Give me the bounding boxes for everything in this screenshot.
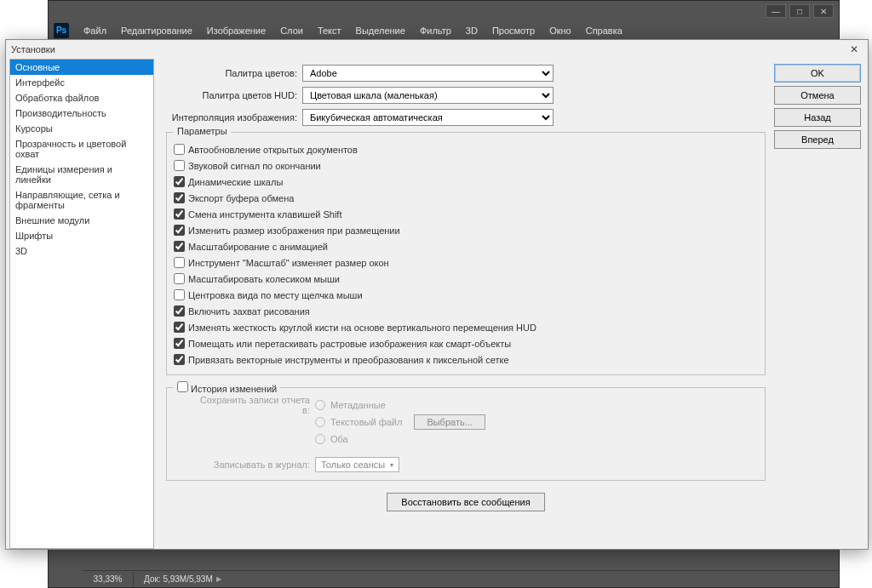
hud-picker-label: Палитра цветов HUD: <box>166 90 302 100</box>
history-legend: История изменений <box>174 381 280 394</box>
radio-both-label: Оба <box>330 434 348 444</box>
sidebar-item-interface[interactable]: Интерфейс <box>10 75 153 90</box>
sidebar-item-guides[interactable]: Направляющие, сетка и фрагменты <box>10 187 153 213</box>
option-checkbox[interactable] <box>174 354 185 365</box>
option-row: Привязать векторные инструменты и преобр… <box>174 351 758 368</box>
choose-file-button: Выбрать... <box>414 414 485 430</box>
option-label: Привязать векторные инструменты и преобр… <box>188 355 509 365</box>
option-row: Помещать или перетаскивать растровые изо… <box>174 335 758 351</box>
hud-picker-select[interactable]: Цветовая шкала (маленькая) <box>302 87 554 104</box>
next-button[interactable]: Вперед <box>774 130 861 149</box>
menu-3d[interactable]: 3D <box>459 23 485 38</box>
option-label: Экспорт буфера обмена <box>188 193 294 203</box>
dialog-title: Установки <box>11 44 55 54</box>
option-checkbox[interactable] <box>174 289 185 300</box>
option-checkbox[interactable] <box>174 144 185 155</box>
option-row: Масштабирование с анимацией <box>174 238 758 254</box>
option-row: Изменить размер изображения при размещен… <box>174 222 758 238</box>
option-checkbox[interactable] <box>174 176 185 187</box>
option-row: Смена инструмента клавишей Shift <box>174 206 758 222</box>
color-picker-label: Палитра цветов: <box>166 68 302 78</box>
restore-dialogs-button[interactable]: Восстановить все сообщения <box>387 493 544 511</box>
sidebar-item-transparency[interactable]: Прозрачность и цветовой охват <box>10 136 153 162</box>
sidebar-item-plugins[interactable]: Внешние модули <box>10 213 153 228</box>
status-bar: 33,33% Док: 5,93M/5,93M ▶ <box>83 570 839 587</box>
sidebar-item-cursors[interactable]: Курсоры <box>10 121 153 136</box>
sidebar-item-units[interactable]: Единицы измерения и линейки <box>10 162 153 187</box>
option-label: Изменять жесткость круглой кисти на осно… <box>188 323 536 333</box>
menubar: Ps Файл Редактирование Изображение Слои … <box>49 21 839 40</box>
option-label: Помещать или перетаскивать растровые изо… <box>188 339 511 349</box>
option-row: Инструмент "Масштаб" изменяет размер око… <box>174 254 758 271</box>
app-logo: Ps <box>54 23 69 38</box>
option-row: Динамические шкалы <box>174 174 758 190</box>
option-checkbox[interactable] <box>174 322 185 333</box>
radio-metadata-label: Метаданные <box>330 400 386 410</box>
option-label: Смена инструмента клавишей Shift <box>188 209 341 220</box>
minimize-button[interactable]: — <box>766 4 786 18</box>
option-label: Инструмент "Масштаб" изменяет размер око… <box>188 258 389 268</box>
option-label: Динамические шкалы <box>188 177 283 187</box>
menu-type[interactable]: Текст <box>311 23 348 38</box>
dialog-close-icon[interactable]: ✕ <box>846 43 863 56</box>
color-picker-select[interactable]: Adobe <box>302 65 554 82</box>
menu-select[interactable]: Выделение <box>349 23 412 38</box>
history-fieldset: История изменений Сохранить записи отчет… <box>166 387 766 481</box>
option-row: Центровка вида по месту щелчка мыши <box>174 287 758 303</box>
dialog-buttons: OK Отмена Назад Вперед <box>774 59 868 549</box>
menu-window[interactable]: Окно <box>542 23 578 38</box>
history-save-label: Сохранить записи отчета в: <box>191 395 310 415</box>
status-zoom[interactable]: 33,33% <box>83 572 134 586</box>
menu-layer[interactable]: Слои <box>273 23 310 38</box>
menu-help[interactable]: Справка <box>579 23 629 38</box>
sidebar-item-general[interactable]: Основные <box>10 60 153 75</box>
sidebar-item-type[interactable]: Шрифты <box>10 228 153 243</box>
prev-button[interactable]: Назад <box>774 108 861 127</box>
history-log-checkbox[interactable] <box>177 381 188 392</box>
menu-edit[interactable]: Редактирование <box>114 23 199 38</box>
preferences-dialog: Установки ✕ Основные Интерфейс Обработка… <box>5 39 869 550</box>
option-row: Экспорт буфера обмена <box>174 190 758 206</box>
option-label: Масштабирование с анимацией <box>188 242 328 252</box>
option-checkbox[interactable] <box>174 305 185 317</box>
maximize-button[interactable]: □ <box>789 4 810 18</box>
chevron-right-icon[interactable]: ▶ <box>216 575 221 583</box>
option-checkbox[interactable] <box>174 160 185 171</box>
history-log-select: Только сеансы <box>315 457 399 472</box>
ok-button[interactable]: OK <box>774 64 861 83</box>
sidebar-item-3d[interactable]: 3D <box>10 243 153 259</box>
pref-sidebar: Основные Интерфейс Обработка файлов Прои… <box>9 59 154 549</box>
titlebar: — □ ✕ <box>49 1 839 21</box>
option-row: Включить захват рисования <box>174 303 758 319</box>
menu-file[interactable]: Файл <box>77 23 113 38</box>
menu-filter[interactable]: Фильтр <box>413 23 458 38</box>
menu-image[interactable]: Изображение <box>200 23 272 38</box>
status-docinfo: Док: 5,93M/5,93M <box>134 574 213 584</box>
dialog-titlebar: Установки ✕ <box>6 40 868 59</box>
sidebar-item-filehandling[interactable]: Обработка файлов <box>10 90 153 106</box>
cancel-button[interactable]: Отмена <box>774 86 861 105</box>
options-fieldset: Параметры Автообновление открытых докуме… <box>166 132 766 375</box>
option-checkbox[interactable] <box>174 225 185 236</box>
interpolation-select[interactable]: Бикубическая автоматическая <box>302 109 554 126</box>
option-row: Масштабировать колесиком мыши <box>174 271 758 287</box>
menu-view[interactable]: Просмотр <box>485 23 542 38</box>
option-label: Масштабировать колесиком мыши <box>188 274 340 284</box>
close-button[interactable]: ✕ <box>813 4 834 18</box>
option-checkbox[interactable] <box>174 192 185 203</box>
option-checkbox[interactable] <box>174 338 185 349</box>
option-checkbox[interactable] <box>174 257 185 268</box>
pref-main: Палитра цветов: Adobe Палитра цветов HUD… <box>154 59 774 549</box>
option-checkbox[interactable] <box>174 208 185 220</box>
options-legend: Параметры <box>174 126 231 136</box>
option-label: Включить захват рисования <box>188 306 310 317</box>
option-label: Центровка вида по месту щелчка мыши <box>188 290 363 300</box>
option-checkbox[interactable] <box>174 241 185 252</box>
radio-textfile-label: Текстовый файл <box>330 417 402 427</box>
history-log-label: Записывать в журнал: <box>191 460 310 470</box>
option-label: Автообновление открытых документов <box>188 145 358 155</box>
option-checkbox[interactable] <box>174 273 185 284</box>
sidebar-item-performance[interactable]: Производительность <box>10 106 153 121</box>
interpolation-label: Интерполяция изображения: <box>166 112 302 123</box>
option-row: Автообновление открытых документов <box>174 141 758 157</box>
